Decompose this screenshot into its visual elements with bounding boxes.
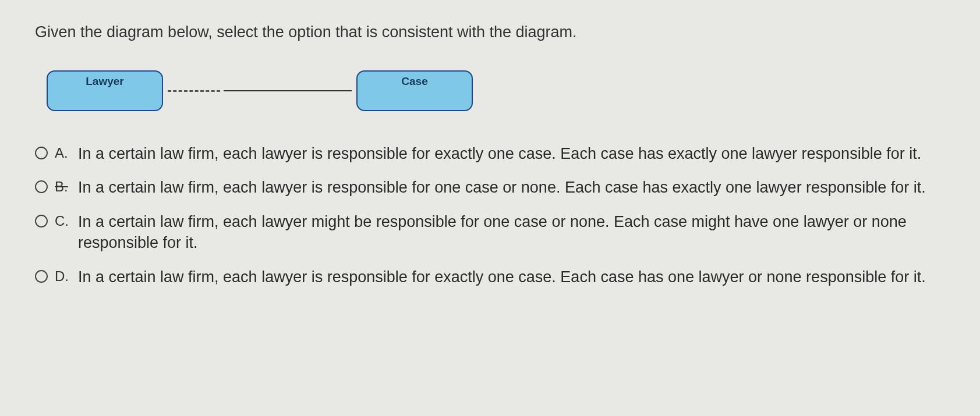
er-diagram: Lawyer Case [47, 70, 945, 111]
radio-option-c[interactable] [35, 215, 48, 227]
option-a-row: A. In a certain law firm, each lawyer is… [35, 143, 945, 164]
radio-option-d[interactable] [35, 270, 48, 283]
option-a-text: In a certain law firm, each lawyer is re… [78, 143, 921, 164]
option-b-row: B. In a certain law firm, each lawyer is… [35, 177, 945, 198]
option-b-text: In a certain law firm, each lawyer is re… [78, 177, 926, 198]
solid-segment [224, 90, 352, 91]
option-c-row: C. In a certain law firm, each lawyer mi… [35, 211, 945, 254]
dashed-segment [168, 90, 220, 92]
radio-option-a[interactable] [35, 147, 48, 159]
option-c-label: C. [55, 213, 71, 229]
option-b-label: B. [55, 179, 71, 195]
option-c-text: In a certain law firm, each lawyer might… [78, 211, 940, 254]
entity-case-label: Case [401, 75, 427, 88]
answer-options: A. In a certain law firm, each lawyer is… [35, 143, 945, 287]
option-d-label: D. [55, 268, 71, 285]
option-d-row: D. In a certain law firm, each lawyer is… [35, 266, 945, 287]
entity-lawyer-label: Lawyer [86, 75, 123, 88]
option-a-label: A. [55, 145, 71, 161]
relationship-connector [168, 90, 352, 92]
entity-lawyer: Lawyer [47, 70, 163, 111]
entity-case: Case [356, 70, 473, 111]
option-d-text: In a certain law firm, each lawyer is re… [78, 266, 926, 287]
radio-option-b[interactable] [35, 180, 48, 193]
question-prompt: Given the diagram below, select the opti… [35, 23, 945, 41]
